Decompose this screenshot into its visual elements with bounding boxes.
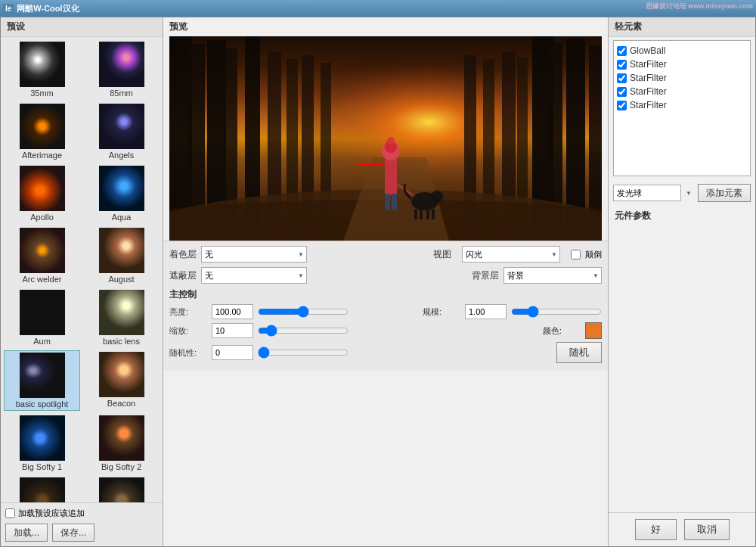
left-panel: 预设 35mm85mmAfterimageAngelsApolloAquaArc… xyxy=(1,17,163,546)
brightness-label: 亮度: xyxy=(169,306,207,318)
svg-rect-36 xyxy=(432,209,435,219)
brightness-slider[interactable] xyxy=(258,305,349,319)
element-item-starfilter44: StarFilter xyxy=(617,98,747,112)
svg-point-32 xyxy=(431,191,443,203)
preview-image[interactable] xyxy=(169,36,602,241)
svg-rect-34 xyxy=(420,209,423,219)
color-label: 颜色: xyxy=(543,325,581,337)
master-control-title: 主控制 xyxy=(169,288,602,301)
preset-label-basicspotlight: basic spotlight xyxy=(16,399,69,409)
element-item-glowball0: GlowBall xyxy=(617,44,747,57)
element-checkbox-1[interactable] xyxy=(617,60,627,70)
app-title: 网酷W-Cool汉化 xyxy=(17,3,79,14)
preset-thumb-aqua xyxy=(99,166,144,211)
save-button[interactable]: 保存... xyxy=(52,524,94,542)
elements-box: GlowBallStarFilterStarFilterStarFilterSt… xyxy=(613,40,751,176)
preset-item-august[interactable]: August xyxy=(83,226,160,285)
preset-item-angels[interactable]: Angels xyxy=(83,102,160,161)
preset-label-bigsofty2: Big Softy 2 xyxy=(101,462,141,471)
color-swatch[interactable] xyxy=(585,322,602,339)
element-label-1: StarFilter xyxy=(630,59,667,70)
scale-input[interactable] xyxy=(465,304,507,319)
preset-item-bigsofty1[interactable]: Big Softy 1 xyxy=(4,414,80,473)
zoom-slider[interactable] xyxy=(258,324,349,337)
preset-item-beacon[interactable]: Beacon xyxy=(83,350,160,411)
color-layer-dropdown[interactable]: 无 xyxy=(201,246,307,263)
app-icon: Ie xyxy=(3,4,14,14)
content-area: 预设 35mm85mmAfterimageAngelsApolloAquaArc… xyxy=(1,17,755,546)
bg-layer-dropdown[interactable]: 背景 xyxy=(503,267,602,284)
random-label: 随机性: xyxy=(169,347,207,359)
preset-label-afterimage: Afterimage xyxy=(22,151,62,160)
preset-thumb-beacon xyxy=(99,352,144,397)
ok-button[interactable]: 好 xyxy=(635,519,677,540)
svg-point-27 xyxy=(387,137,395,145)
controls-area: 着色层 无 视图 闪光 颠倒 xyxy=(163,241,608,371)
zoom-color-row: 缩放: 颜色: xyxy=(169,322,602,339)
cancel-button[interactable]: 取消 xyxy=(684,519,730,540)
element-checkbox-4[interactable] xyxy=(617,101,627,110)
add-element-dropdown[interactable]: 发光球 星形滤镜 光晕 xyxy=(613,185,681,201)
elements-title: 轻元素 xyxy=(609,17,755,37)
element-checkbox-3[interactable] xyxy=(617,87,627,97)
component-params-area xyxy=(609,225,755,512)
preset-thumb-35mm xyxy=(20,42,65,87)
preset-item-85mm[interactable]: 85mm xyxy=(83,40,160,99)
preset-label-bigsofty1: Big Softy 1 xyxy=(22,462,62,471)
preset-item-extra2[interactable] xyxy=(83,476,160,502)
random-input[interactable] xyxy=(212,345,253,360)
load-append-checkbox[interactable] xyxy=(5,508,15,518)
preset-item-extra1[interactable]: Softy xyxy=(4,476,80,502)
mask-layer-dropdown-wrapper: 无 xyxy=(201,267,307,284)
preset-label-35mm: 35mm xyxy=(30,89,54,98)
random-slider[interactable] xyxy=(258,346,349,359)
preset-item-apollo[interactable]: Apollo xyxy=(4,164,80,223)
preset-label-basiclens: basic lens xyxy=(103,337,140,346)
color-layer-label: 着色层 xyxy=(169,248,197,261)
color-layer-row: 着色层 无 视图 闪光 颠倒 xyxy=(169,246,602,263)
scale-slider[interactable] xyxy=(511,305,602,319)
preset-item-afterimage[interactable]: Afterimage xyxy=(4,102,80,161)
brightness-input[interactable] xyxy=(212,304,253,319)
preset-item-bigsofty2[interactable]: Big Softy 2 xyxy=(83,414,160,473)
preset-label-apollo: Apollo xyxy=(30,213,54,222)
preset-item-35mm[interactable]: 35mm xyxy=(4,40,80,99)
reverse-checkbox[interactable] xyxy=(571,250,581,260)
preset-thumb-angels xyxy=(99,104,144,149)
brightness-scale-row: 亮度: 规模: xyxy=(169,304,602,319)
preset-thumb-afterimage xyxy=(20,104,65,149)
zoom-input[interactable] xyxy=(212,323,253,338)
random-button[interactable]: 随机 xyxy=(556,342,602,363)
load-button[interactable]: 加载... xyxy=(5,524,48,542)
watermark: 思缘设计论坛 www.missyuan.com xyxy=(646,2,753,11)
preset-item-aqua[interactable]: Aqua xyxy=(83,164,160,223)
element-item-starfilter11: StarFilter xyxy=(617,57,747,71)
preset-thumb-extra2 xyxy=(99,477,144,502)
element-label-2: StarFilter xyxy=(630,73,667,83)
preset-thumb-basicspotlight xyxy=(20,353,65,398)
svg-rect-29 xyxy=(392,194,397,210)
view-dropdown[interactable]: 闪光 xyxy=(462,246,560,263)
add-element-button[interactable]: 添加元素 xyxy=(698,184,751,202)
svg-rect-35 xyxy=(426,209,429,219)
svg-rect-33 xyxy=(414,209,417,219)
preset-thumb-bigsofty1 xyxy=(20,415,65,461)
color-layer-dropdown-wrapper: 无 xyxy=(201,246,307,263)
preset-grid: 35mm85mmAfterimageAngelsApolloAquaArc we… xyxy=(1,37,163,502)
zoom-label: 缩放: xyxy=(169,325,207,337)
preset-item-basicspotlight[interactable]: basic spotlight xyxy=(4,350,80,411)
element-checkbox-2[interactable] xyxy=(617,73,627,83)
preset-item-aum[interactable]: Aum xyxy=(4,288,80,347)
main-window: 预设 35mm85mmAfterimageAngelsApolloAquaArc… xyxy=(0,17,756,547)
svg-rect-28 xyxy=(385,194,390,210)
load-append-row: 加载预设应该追加 xyxy=(5,508,158,519)
add-element-row: 发光球 星形滤镜 光晕 添加元素 xyxy=(609,179,755,207)
bg-layer-label: 背景层 xyxy=(472,269,499,282)
view-dropdown-wrapper: 闪光 xyxy=(462,246,560,263)
element-checkbox-0[interactable] xyxy=(617,46,627,56)
preset-item-basiclens[interactable]: basic lens xyxy=(83,288,160,347)
preset-thumb-august xyxy=(99,228,144,273)
mask-layer-dropdown[interactable]: 无 xyxy=(201,267,307,284)
reverse-label: 颠倒 xyxy=(585,249,602,260)
preset-item-arcwelder[interactable]: Arc welder xyxy=(4,226,80,285)
